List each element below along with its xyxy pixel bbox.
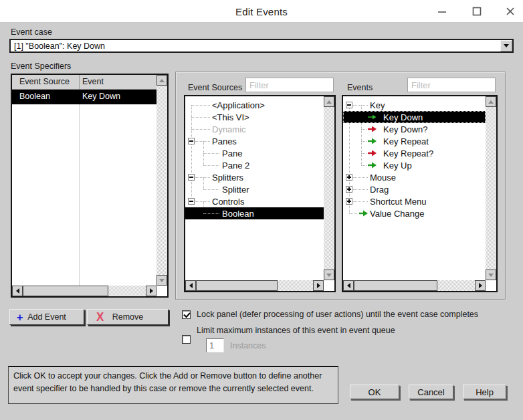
event-specifiers-label: Event Specifiers (11, 62, 71, 71)
events-filter-input[interactable] (407, 78, 496, 92)
combo-dropdown-button[interactable] (500, 40, 512, 51)
tree-item-splitters[interactable]: Splitters (185, 171, 324, 183)
expand-expander-icon[interactable] (346, 198, 352, 205)
right-arrow-icon (317, 283, 320, 288)
collapse-expander-icon[interactable] (188, 138, 195, 144)
tree-item-drag[interactable]: Drag (343, 183, 486, 195)
table-header: Event Source Event (12, 75, 156, 90)
collapse-expander-icon[interactable] (188, 198, 195, 205)
notify-event-arrow-icon (367, 138, 377, 144)
notify-event-arrow-icon (367, 114, 377, 120)
down-arrow-icon (488, 274, 494, 277)
tree-item-dynamic[interactable]: Dynamic (185, 123, 324, 135)
tree-item-mouse[interactable]: Mouse (343, 171, 486, 183)
maximize-icon (472, 7, 482, 16)
right-arrow-icon (150, 288, 153, 294)
tree-item-boolean[interactable]: Boolean (185, 207, 324, 219)
event-sources-filter-input[interactable] (245, 78, 334, 92)
left-arrow-icon (347, 283, 350, 288)
remove-label: Remove (112, 312, 144, 322)
horizontal-scrollbar[interactable] (343, 280, 486, 291)
filter-event-arrow-icon (367, 150, 377, 156)
tree-item-pane[interactable]: Pane (185, 147, 324, 159)
scroll-up-button[interactable] (486, 96, 496, 107)
vertical-scrollbar[interactable] (324, 96, 334, 280)
expand-expander-icon[interactable] (346, 174, 352, 181)
collapse-expander-icon[interactable] (188, 174, 195, 181)
events-tree: Key Key Down Key Down? Key Repeat (342, 95, 498, 292)
column-divider[interactable] (79, 75, 80, 90)
collapse-expander-icon[interactable] (346, 102, 352, 108)
event-sources-tree: <Application> <This VI> Dynamic Panes Pa… (184, 95, 336, 292)
tree-item-key[interactable]: Key (343, 99, 486, 111)
x-icon: X (96, 312, 104, 324)
remove-button[interactable]: X Remove (87, 309, 169, 325)
tree-item-shortcut-menu[interactable]: Shortcut Menu (343, 195, 486, 207)
notify-event-arrow-icon (358, 210, 369, 217)
minimize-icon (437, 7, 447, 16)
tree-item-key-repeat-filter[interactable]: Key Repeat? (343, 147, 486, 159)
tree-item-key-down-filter[interactable]: Key Down? (343, 123, 486, 135)
scroll-down-button[interactable] (486, 270, 496, 280)
vertical-scrollbar[interactable] (486, 96, 496, 280)
table-row[interactable]: Boolean Key Down (12, 90, 156, 104)
tree-item-key-down[interactable]: Key Down (343, 111, 486, 123)
ok-button[interactable]: OK (350, 385, 399, 399)
cell-event: Key Down (82, 92, 120, 101)
limit-instances-checkbox[interactable] (182, 335, 191, 344)
chevron-down-icon (504, 44, 509, 47)
down-arrow-icon (159, 279, 165, 282)
scroll-thumb[interactable] (354, 280, 437, 291)
scroll-right-button[interactable] (146, 286, 156, 296)
tree-item-splitter[interactable]: Splitter (185, 183, 324, 195)
up-arrow-icon (488, 100, 494, 104)
scroll-down-button[interactable] (156, 275, 167, 286)
footer-message: Click OK to accept your changes. Click t… (13, 371, 322, 393)
expand-expander-icon[interactable] (346, 186, 352, 193)
horizontal-scrollbar[interactable] (185, 280, 324, 291)
event-sources-tree-rows: <Application> <This VI> Dynamic Panes Pa… (185, 96, 324, 280)
event-case-value: [1] "Boolean": Key Down (14, 41, 105, 51)
tree-item-panes[interactable]: Panes (185, 135, 324, 147)
cancel-button[interactable]: Cancel (409, 385, 453, 399)
add-event-button[interactable]: + Add Event (9, 309, 84, 325)
instances-input[interactable] (206, 338, 224, 352)
maximize-button[interactable] (465, 0, 489, 23)
close-icon (506, 7, 515, 16)
lock-panel-checkbox[interactable] (182, 310, 191, 319)
instances-label: Instances (230, 341, 266, 350)
tree-item-this-vi[interactable]: <This VI> (185, 111, 324, 123)
scroll-left-button[interactable] (12, 286, 23, 296)
tree-item-pane-2[interactable]: Pane 2 (185, 159, 324, 171)
scroll-thumb[interactable] (23, 286, 108, 296)
column-divider-line (79, 104, 80, 286)
minimize-button[interactable] (430, 0, 454, 23)
scroll-right-button[interactable] (313, 280, 324, 291)
lock-panel-label: Lock panel (defer processing of user act… (197, 310, 478, 319)
limit-instances-label: Limit maximum instances of this event in… (197, 326, 395, 335)
right-arrow-icon (479, 283, 482, 288)
col-header-event[interactable]: Event (82, 77, 104, 86)
cancel-label: Cancel (417, 387, 444, 397)
help-label: Help (476, 387, 494, 397)
tree-item-key-repeat[interactable]: Key Repeat (343, 135, 486, 147)
add-event-label: Add Event (27, 312, 66, 322)
scroll-left-button[interactable] (343, 280, 354, 291)
event-case-combobox[interactable]: [1] "Boolean": Key Down (9, 39, 514, 53)
tree-item-controls[interactable]: Controls (185, 195, 324, 207)
event-case-label: Event case (11, 27, 52, 37)
close-button[interactable] (498, 0, 522, 23)
help-button[interactable]: Help (463, 385, 506, 399)
scroll-left-button[interactable] (185, 280, 196, 291)
scroll-down-button[interactable] (324, 270, 334, 280)
tree-item-key-up[interactable]: Key Up (343, 159, 486, 171)
tree-item-value-change[interactable]: Value Change (343, 207, 486, 219)
tree-item-application[interactable]: <Application> (185, 99, 324, 111)
scroll-up-button[interactable] (156, 75, 167, 86)
scroll-up-button[interactable] (324, 96, 334, 107)
horizontal-scrollbar[interactable] (12, 286, 156, 296)
col-header-event-source[interactable]: Event Source (19, 77, 70, 86)
scroll-thumb[interactable] (196, 280, 278, 291)
scroll-right-button[interactable] (475, 280, 486, 291)
vertical-scrollbar[interactable] (156, 75, 167, 286)
